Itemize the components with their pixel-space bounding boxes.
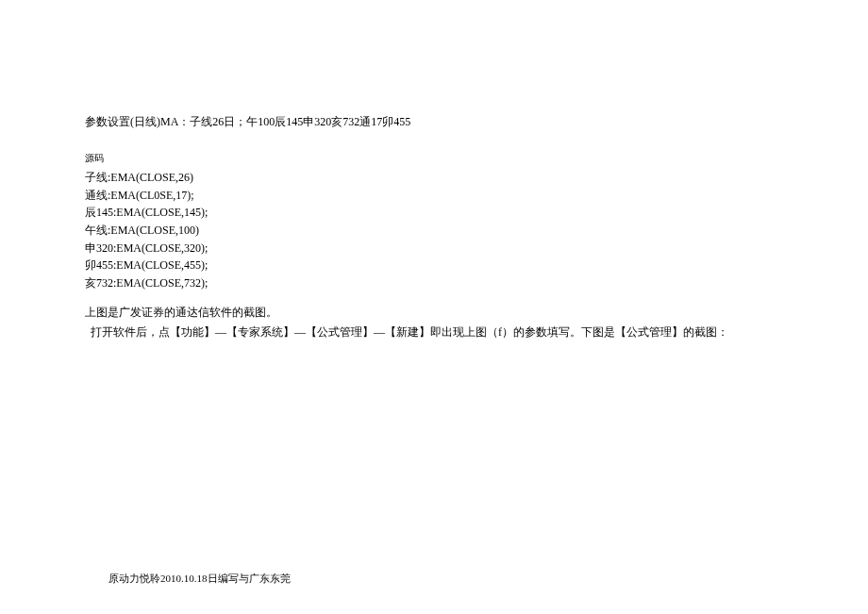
code-line: 通线:EMA(CL0SE,17); xyxy=(85,187,783,205)
footer-author-line: 原动力悦聆2010.10.18日编写与广东东莞 xyxy=(108,572,291,586)
code-line: 午线:EMA(CLOSE,100) xyxy=(85,222,783,240)
parameter-settings-line: 参数设置(日线)MA：子线26日；午100辰145申320亥732通17卯455 xyxy=(85,113,783,131)
source-code-label: 源码 xyxy=(85,152,783,165)
code-line: 子线:EMA(CLOSE,26) xyxy=(85,169,783,187)
caption-text-2: 打开软件后，点【功能】—【专家系统】—【公式管理】—【新建】即出现上图（f）的参… xyxy=(91,323,783,341)
code-line: 卯455:EMA(CLOSE,455); xyxy=(85,257,783,274)
code-line: 亥732:EMA(CLOSE,732); xyxy=(85,274,783,292)
code-line: 申320:EMA(CLOSE,320); xyxy=(85,240,783,257)
code-line: 辰145:EMA(CLOSE,145); xyxy=(85,204,783,222)
caption-text-1: 上图是广发证券的通达信软件的截图。 xyxy=(85,303,783,322)
document-body: 参数设置(日线)MA：子线26日；午100辰145申320亥732通17卯455… xyxy=(0,0,868,341)
